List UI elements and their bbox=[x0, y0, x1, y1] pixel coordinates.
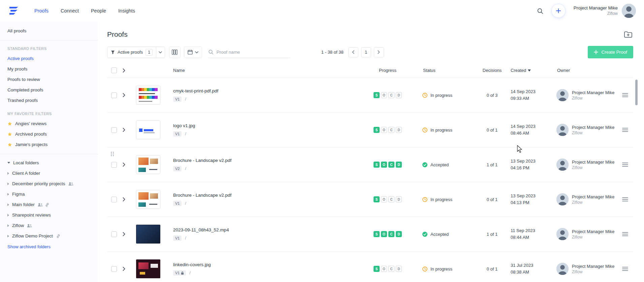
folders-list: Client A folder December priority projec… bbox=[0, 168, 98, 241]
user-avatar[interactable] bbox=[622, 4, 636, 18]
proof-row[interactable]: Brochure - Landscape v2.pdf V1 / SOCD In… bbox=[107, 182, 633, 217]
link-icon bbox=[56, 234, 61, 238]
prev-page-button[interactable] bbox=[348, 47, 358, 57]
view-columns-button[interactable] bbox=[169, 47, 181, 58]
sidebar-item-my-proofs[interactable]: My proofs bbox=[0, 64, 98, 74]
proof-thumbnail[interactable] bbox=[136, 120, 160, 139]
row-checkbox[interactable] bbox=[111, 231, 117, 237]
status-text: In progress bbox=[430, 128, 452, 133]
plus-icon bbox=[556, 8, 561, 13]
row-expand-chevron[interactable] bbox=[123, 163, 136, 167]
row-checkbox[interactable] bbox=[111, 92, 117, 98]
sidebar-folder-main-folder[interactable]: Main folder bbox=[0, 199, 98, 210]
proof-row[interactable]: logo v1.jpg V1 / SOCD In progress 0 of 1… bbox=[107, 113, 633, 147]
show-archived-folders-link[interactable]: Show archived folders bbox=[0, 241, 98, 252]
sidebar-item-proofs-to-review[interactable]: Proofs to review bbox=[0, 74, 98, 85]
row-menu-icon[interactable] bbox=[622, 162, 628, 167]
proof-name[interactable]: 2023-09-11_08h43_52.mp4 bbox=[173, 227, 366, 232]
create-new-button[interactable] bbox=[551, 4, 566, 18]
local-folders-toggle[interactable]: Local folders bbox=[0, 158, 98, 168]
create-proof-button[interactable]: Create Proof bbox=[588, 46, 633, 58]
next-page-button[interactable] bbox=[374, 47, 384, 57]
add-folder-button[interactable] bbox=[623, 30, 633, 39]
created-date: 14 Sep 2023 bbox=[511, 88, 554, 95]
row-expand-chevron[interactable] bbox=[123, 232, 136, 236]
proof-name[interactable]: linkedin-covers.jpg bbox=[173, 262, 366, 267]
row-expand-chevron[interactable] bbox=[123, 93, 136, 97]
proof-search-input[interactable] bbox=[217, 50, 290, 55]
folder-label: Sharepoint reviews bbox=[12, 213, 51, 218]
column-header-progress[interactable]: Progress bbox=[366, 68, 410, 73]
table-scrollbar-thumb[interactable] bbox=[635, 80, 638, 105]
proof-name[interactable]: cmyk-test-print-pdf.pdf bbox=[173, 88, 366, 93]
nav-link-people[interactable]: People bbox=[91, 8, 106, 13]
proof-name-cell: 2023-09-11_08h43_52.mp4 V1 / bbox=[173, 227, 366, 241]
folder-chevron-icon bbox=[7, 235, 9, 237]
ziflow-logo[interactable] bbox=[8, 6, 20, 16]
folder-label: Figma bbox=[12, 192, 25, 197]
proof-name[interactable]: Brochure - Landscape v2.pdf bbox=[173, 158, 366, 163]
nav-link-connect[interactable]: Connect bbox=[61, 8, 79, 13]
calendar-view-button[interactable] bbox=[184, 47, 202, 58]
row-menu-icon[interactable] bbox=[622, 128, 628, 132]
sidebar-favorite-angies-reviews[interactable]: Angies' reviews bbox=[0, 118, 98, 129]
row-checkbox[interactable] bbox=[111, 162, 117, 168]
row-menu-icon[interactable] bbox=[622, 266, 628, 271]
stage-chip-D: D bbox=[396, 266, 402, 272]
expand-all-chevron[interactable] bbox=[123, 68, 136, 73]
row-checkbox[interactable] bbox=[111, 127, 117, 133]
proof-row[interactable]: linkedin-covers.jpg V1 / SOCD In progres… bbox=[107, 252, 633, 282]
row-checkbox[interactable] bbox=[111, 266, 117, 272]
column-header-decisions[interactable]: Decisions bbox=[474, 68, 511, 73]
sidebar-folder-sharepoint-reviews[interactable]: Sharepoint reviews bbox=[0, 210, 98, 220]
proof-name[interactable]: logo v1.jpg bbox=[173, 123, 366, 128]
sidebar-item-trashed-proofs[interactable]: Trashed proofs bbox=[0, 95, 98, 106]
column-header-owner[interactable]: Owner bbox=[554, 68, 617, 73]
current-page-indicator[interactable]: 1 bbox=[361, 47, 371, 57]
row-expand-chevron[interactable] bbox=[123, 267, 136, 271]
search-icon[interactable] bbox=[537, 8, 543, 14]
stage-chip-S: S bbox=[374, 127, 380, 133]
nav-link-proofs[interactable]: Proofs bbox=[34, 8, 49, 13]
select-all-checkbox[interactable] bbox=[111, 67, 117, 73]
sidebar-folder-ziflow[interactable]: Ziflow bbox=[0, 220, 98, 231]
sidebar-favorite-jamie-s-projects[interactable]: Jamie's projects bbox=[0, 139, 98, 150]
proof-thumbnail[interactable] bbox=[136, 155, 160, 174]
row-checkbox[interactable] bbox=[111, 197, 117, 202]
drag-handle-icon[interactable] bbox=[110, 151, 114, 157]
filter-control[interactable]: Active proofs 1 bbox=[107, 47, 165, 58]
sidebar-folder-client-a-folder[interactable]: Client A folder bbox=[0, 168, 98, 178]
row-menu-icon[interactable] bbox=[622, 197, 628, 202]
row-menu-icon[interactable] bbox=[622, 93, 628, 97]
created-cell: 31 Jul 2023 08:38 AM bbox=[511, 262, 554, 276]
nav-link-insights[interactable]: Insights bbox=[118, 8, 135, 13]
sidebar-item-completed-proofs[interactable]: Completed proofs bbox=[0, 85, 98, 95]
proof-row[interactable]: cmyk-test-print-pdf.pdf V1 / SOCD In pro… bbox=[107, 78, 633, 113]
user-menu[interactable]: Project Manager Mike Ziflow bbox=[574, 4, 636, 18]
progress-stages: SOCD bbox=[366, 92, 410, 98]
sidebar-item-all-proofs[interactable]: All proofs bbox=[0, 26, 98, 36]
proof-thumbnail[interactable] bbox=[136, 86, 160, 105]
sidebar-folder-december-priority-projects[interactable]: December priority projects bbox=[0, 178, 98, 189]
proof-thumbnail[interactable] bbox=[136, 259, 160, 278]
status-text: In progress bbox=[430, 93, 452, 98]
proof-name[interactable]: Brochure - Landscape v2.pdf bbox=[173, 193, 366, 198]
created-time: 08:46 AM bbox=[511, 130, 554, 137]
column-header-created[interactable]: Created bbox=[511, 68, 554, 73]
version-badge: V1 bbox=[173, 131, 182, 137]
sidebar-item-active-proofs[interactable]: Active proofs bbox=[0, 53, 98, 64]
row-expand-chevron[interactable] bbox=[123, 128, 136, 132]
row-expand-chevron[interactable] bbox=[123, 197, 136, 201]
filter-dropdown-caret[interactable] bbox=[156, 47, 165, 58]
proof-thumbnail[interactable] bbox=[136, 225, 160, 244]
row-menu-icon[interactable] bbox=[622, 232, 628, 236]
column-header-name[interactable]: Name bbox=[173, 68, 366, 73]
proof-thumbnail[interactable] bbox=[136, 190, 160, 209]
sidebar-folder-figma[interactable]: Figma bbox=[0, 189, 98, 199]
sidebar-favorite-archived-proofs[interactable]: Archived proofs bbox=[0, 129, 98, 139]
proof-row[interactable]: 2023-09-11_08h43_52.mp4 V1 / SOCD Accept… bbox=[107, 217, 633, 252]
column-header-status[interactable]: Status bbox=[410, 68, 474, 73]
proof-row[interactable]: Brochure - Landscape v2.pdf V2 / SOCD Ac… bbox=[107, 147, 633, 182]
sidebar-folder-ziflow-demo-project[interactable]: Ziflow Demo Project bbox=[0, 231, 98, 241]
owner-org: Ziflow bbox=[572, 96, 614, 101]
